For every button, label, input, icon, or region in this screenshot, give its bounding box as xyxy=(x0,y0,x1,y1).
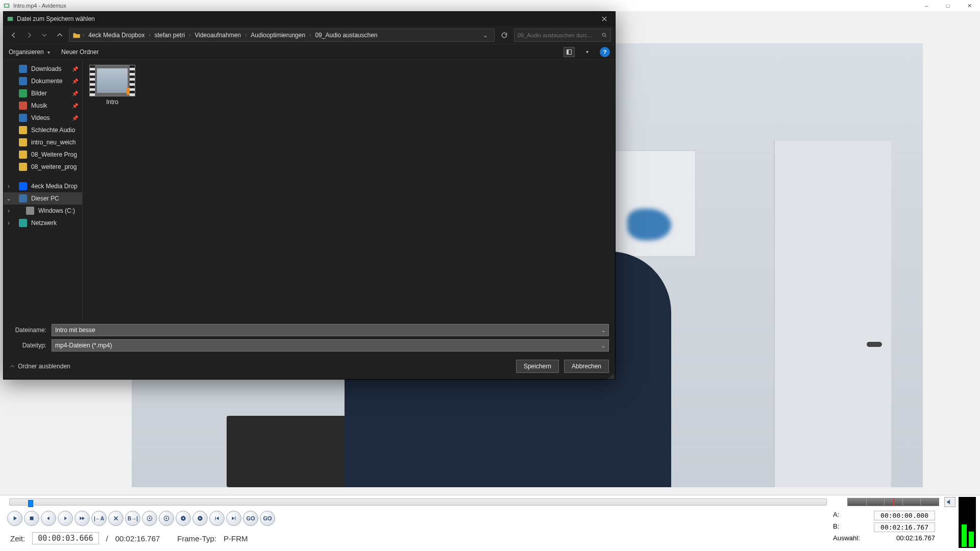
dialog-close-button[interactable] xyxy=(597,13,612,24)
prev-keyframe-button[interactable] xyxy=(142,511,157,526)
file-pane[interactable]: Intro xyxy=(83,60,615,320)
play-button[interactable] xyxy=(7,511,22,526)
breadcrumb-item[interactable]: stefan petri xyxy=(153,32,187,39)
expand-icon[interactable]: › xyxy=(6,219,12,227)
sidebar-item[interactable]: Bilder📌 xyxy=(4,87,82,99)
next-frame-button[interactable] xyxy=(58,511,73,526)
breadcrumb-dropdown[interactable]: ⌄ xyxy=(480,32,491,39)
arrow-right-icon xyxy=(26,32,33,39)
sidebar-item[interactable]: Schlechte Audio xyxy=(4,124,82,136)
sidebar-item[interactable]: Downloads📌 xyxy=(4,63,82,75)
set-marker-b-button[interactable]: B→| xyxy=(125,511,140,526)
sidebar-item-label: Musik xyxy=(31,102,47,109)
time-value[interactable]: 00:00:03.666 xyxy=(32,532,99,544)
window-minimize-button[interactable]: – xyxy=(916,0,937,11)
search-input[interactable] xyxy=(518,32,598,38)
filetype-combo[interactable]: mp4-Dateien (*.mp4) ⌄ xyxy=(52,339,609,352)
chevron-down-icon[interactable]: ⌄ xyxy=(598,328,605,333)
sidebar-item[interactable]: Dokumente📌 xyxy=(4,75,82,87)
breadcrumb-item[interactable]: Audiooptimierungen xyxy=(249,32,307,39)
nav-up-button[interactable] xyxy=(54,29,66,41)
search-box[interactable] xyxy=(514,29,611,42)
sidebar-item-label: 4eck Media Drop xyxy=(31,183,78,190)
view-mode-dropdown[interactable]: ▾ xyxy=(584,49,591,55)
nav-recent-button[interactable] xyxy=(38,29,51,41)
refresh-button[interactable] xyxy=(498,29,511,42)
delete-button[interactable] xyxy=(108,511,124,526)
breadcrumb[interactable]: › 4eck Media Dropbox› stefan petri› Vide… xyxy=(69,29,495,42)
status-row: Zeit: 00:00:03.666 / 00:02:16.767 Frame-… xyxy=(10,532,827,544)
next-keyframe-button[interactable] xyxy=(159,511,174,526)
stop-button[interactable] xyxy=(24,511,39,526)
sidebar-item[interactable]: 08_weitere_prog xyxy=(4,161,82,173)
prev-frame-button[interactable] xyxy=(41,511,56,526)
breadcrumb-item[interactable]: 4eck Media Dropbox xyxy=(86,32,146,39)
save-dialog: Datei zum Speichern wählen › 4eck Media … xyxy=(3,11,616,380)
sidebar-location-item[interactable]: ›Windows (C:) xyxy=(4,205,82,217)
timeline-playhead[interactable] xyxy=(28,500,33,507)
organize-menu[interactable]: Organisieren ▾ xyxy=(9,48,52,56)
sidebar-item-label: Schlechte Audio xyxy=(31,127,75,134)
arrow-up-icon xyxy=(56,32,63,39)
app-titlebar: Intro.mp4 - Avidemux – □ ✕ xyxy=(0,0,980,11)
svg-rect-7 xyxy=(8,17,13,21)
window-maximize-button[interactable]: □ xyxy=(937,0,959,11)
app-title: Intro.mp4 - Avidemux xyxy=(13,3,66,9)
cancel-button[interactable]: Abbrechen xyxy=(564,360,609,373)
help-button[interactable]: ? xyxy=(600,47,610,57)
chevron-down-icon[interactable]: ⌄ xyxy=(598,343,605,348)
dialog-fields: Dateiname: ⌄ Dateityp: mp4-Dateien (*.mp… xyxy=(4,320,615,357)
next-black-button[interactable] xyxy=(192,511,208,526)
video-thumbnail-icon xyxy=(89,65,135,96)
goto-marker-b-button[interactable]: GO xyxy=(260,511,275,526)
sidebar-item-label: intro_neu_weich xyxy=(31,139,76,146)
prev-black-button[interactable] xyxy=(176,511,191,526)
sidebar-location-item[interactable]: ›4eck Media Drop xyxy=(4,180,82,192)
blue-icon xyxy=(19,114,27,122)
sidebar-item[interactable]: 08_Weitere Prog xyxy=(4,148,82,161)
green-icon xyxy=(19,89,27,97)
set-marker-a-button[interactable]: |←A xyxy=(91,511,107,526)
goto-marker-a-button[interactable]: GO xyxy=(243,511,258,526)
folder-icon xyxy=(19,163,27,171)
breadcrumb-item[interactable]: Videoaufnahmen xyxy=(192,32,243,39)
goto-start-button[interactable] xyxy=(209,511,225,526)
arrow-left-icon xyxy=(10,32,17,39)
new-folder-button[interactable]: Neuer Ordner xyxy=(61,48,99,56)
nav-back-button[interactable] xyxy=(8,29,20,41)
close-icon xyxy=(602,16,607,21)
svg-rect-2 xyxy=(30,517,34,520)
window-close-button[interactable]: ✕ xyxy=(959,0,980,11)
frame-label: Frame-Typ: xyxy=(177,534,216,543)
mute-button[interactable] xyxy=(944,497,955,507)
view-mode-button[interactable] xyxy=(564,47,575,57)
file-item[interactable]: Intro xyxy=(88,65,137,106)
expand-icon[interactable]: › xyxy=(6,183,12,190)
nav-forward-button[interactable] xyxy=(23,29,35,41)
chevron-up-icon xyxy=(10,364,15,369)
sidebar-item[interactable]: intro_neu_weich xyxy=(4,136,82,148)
sidebar-item[interactable]: Musik📌 xyxy=(4,99,82,112)
svg-point-8 xyxy=(602,33,605,36)
resize-grip[interactable] xyxy=(608,372,614,378)
svg-rect-10 xyxy=(567,49,569,54)
sidebar-item[interactable]: Videos📌 xyxy=(4,112,82,124)
filename-combo[interactable]: ⌄ xyxy=(52,324,609,336)
breadcrumb-item[interactable]: 09_Audio austauschen xyxy=(313,32,379,39)
expand-icon[interactable]: ⌄ xyxy=(6,195,12,202)
dialog-nav: › 4eck Media Dropbox› stefan petri› Vide… xyxy=(4,26,615,44)
expand-icon[interactable]: › xyxy=(6,207,12,214)
speaker-icon xyxy=(946,498,953,506)
view-icon xyxy=(566,49,572,55)
timeline[interactable] xyxy=(9,498,827,506)
svg-rect-1 xyxy=(5,5,9,7)
sidebar-location-item[interactable]: ⌄Dieser PC xyxy=(4,192,82,205)
hide-folders-toggle[interactable]: Ordner ausblenden xyxy=(10,363,70,370)
save-button[interactable]: Speichern xyxy=(516,360,559,373)
net-icon xyxy=(19,219,27,227)
fast-forward-button[interactable] xyxy=(75,511,90,526)
blue-icon xyxy=(19,65,27,73)
goto-end-button[interactable] xyxy=(226,511,241,526)
sidebar-location-item[interactable]: ›Netzwerk xyxy=(4,217,82,229)
filename-input[interactable] xyxy=(55,327,598,334)
